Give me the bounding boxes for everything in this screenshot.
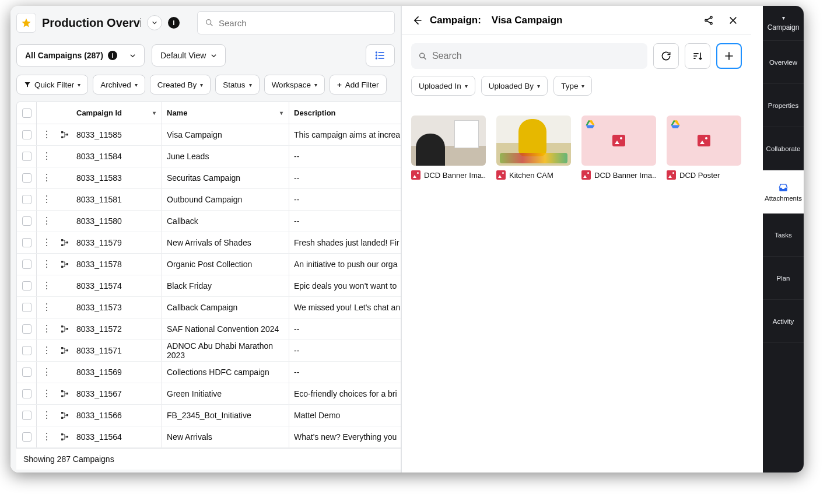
row-checkbox[interactable] (17, 124, 37, 145)
row-checkbox[interactable] (17, 362, 37, 383)
row-menu[interactable]: ⋮ (37, 124, 55, 145)
hierarchy-icon (55, 275, 74, 296)
uploaded-by-filter[interactable]: Uploaded By ▾ (481, 76, 548, 96)
select-all-checkbox[interactable] (17, 102, 37, 124)
table-row[interactable]: ⋮8033_11583Securitas Campaign-- (17, 167, 401, 189)
detail-title-name: Visa Campaign (492, 15, 563, 26)
detail-search-input[interactable] (432, 51, 640, 61)
side-tab-collaborate[interactable]: Collaborate (763, 127, 804, 170)
row-menu[interactable]: ⋮ (37, 318, 55, 340)
share-button[interactable] (700, 12, 717, 29)
row-checkbox[interactable] (17, 167, 37, 188)
row-checkbox[interactable] (17, 275, 37, 296)
info-icon[interactable]: i (168, 17, 180, 29)
table-row[interactable]: ⋮8033_11573Callback CampaignWe missed yo… (17, 297, 401, 318)
row-menu[interactable]: ⋮ (37, 232, 55, 253)
row-menu[interactable]: ⋮ (37, 383, 55, 404)
row-checkbox[interactable] (17, 254, 37, 275)
row-menu[interactable]: ⋮ (37, 405, 55, 426)
detail-header: Campaign: Visa Campaign (402, 6, 751, 35)
title-dropdown[interactable] (147, 15, 162, 30)
row-menu[interactable]: ⋮ (37, 275, 55, 296)
row-checkbox[interactable] (17, 297, 37, 318)
row-checkbox[interactable] (17, 405, 37, 426)
table-row[interactable]: ⋮8033_11581Outbound Campaign-- (17, 189, 401, 211)
table-row[interactable]: ⋮8033_11578Organic Post CollectionAn ini… (17, 254, 401, 275)
side-tab-activity[interactable]: Activity (763, 300, 804, 343)
add-filter-button[interactable]: + Add Filter (330, 75, 387, 94)
uploaded-in-filter[interactable]: Uploaded In ▾ (411, 76, 475, 96)
close-button[interactable] (724, 12, 742, 29)
row-menu[interactable]: ⋮ (37, 211, 55, 232)
attachment-thumb[interactable]: DCD Poster (667, 116, 741, 180)
table-row[interactable]: ⋮8033_11571ADNOC Abu Dhabi Marathon 2023… (17, 340, 401, 362)
attachment-thumb[interactable]: DCD Banner Ima... (411, 116, 486, 180)
side-tab-attachments[interactable]: Attachments (763, 170, 804, 214)
all-campaigns-dropdown[interactable]: All Campaigns (287) i (16, 44, 145, 66)
side-tab-tasks[interactable]: Tasks (763, 214, 804, 257)
table-row[interactable]: ⋮8033_11572SAF National Convention 2024-… (17, 318, 401, 340)
global-search[interactable] (197, 11, 395, 34)
col-description[interactable]: Description (289, 102, 401, 124)
add-attachment-button[interactable] (716, 43, 742, 69)
row-menu[interactable]: ⋮ (37, 426, 55, 447)
default-view-dropdown[interactable]: Default View (152, 44, 226, 66)
row-checkbox[interactable] (17, 211, 37, 232)
row-checkbox[interactable] (17, 340, 37, 361)
created-by-filter[interactable]: Created By ▾ (150, 75, 211, 94)
row-checkbox[interactable] (17, 146, 37, 167)
thumb-image (496, 116, 571, 166)
table-row[interactable]: ⋮8033_11574Black FridayEpic deals you wo… (17, 275, 401, 297)
table-row[interactable]: ⋮8033_11569Collections HDFC campaign-- (17, 362, 401, 383)
table-row[interactable]: ⋮8033_11566FB_2345_Bot_InitiativeMattel … (17, 405, 401, 426)
back-button[interactable] (411, 15, 423, 26)
archived-filter[interactable]: Archived ▾ (93, 75, 145, 94)
chevron-down-icon: ▾ (314, 82, 317, 88)
row-checkbox[interactable] (17, 318, 37, 340)
row-checkbox[interactable] (17, 189, 37, 210)
row-menu[interactable]: ⋮ (37, 189, 55, 210)
refresh-button[interactable] (653, 43, 679, 69)
col-campaign-id[interactable]: Campaign Id ▾ (74, 102, 162, 124)
row-menu[interactable]: ⋮ (37, 146, 55, 167)
svg-point-32 (705, 19, 707, 21)
svg-marker-50 (671, 120, 676, 125)
row-menu[interactable]: ⋮ (37, 254, 55, 275)
favorite-button[interactable] (16, 13, 36, 33)
table-row[interactable]: ⋮8033_11585Visa CampaignThis campaign ai… (17, 124, 401, 146)
row-checkbox[interactable] (17, 426, 37, 447)
row-checkbox[interactable] (17, 232, 37, 253)
row-menu[interactable]: ⋮ (37, 340, 55, 361)
table-row[interactable]: ⋮8033_11564New ArrivalsWhat's new? Every… (17, 426, 401, 448)
row-menu[interactable]: ⋮ (37, 297, 55, 318)
side-tab-campaign[interactable]: ▾ Campaign (763, 6, 804, 41)
sort-button[interactable] (685, 43, 710, 69)
quick-filter-chip[interactable]: Quick Filter ▾ (16, 75, 88, 94)
side-tab-properties[interactable]: Properties (763, 84, 804, 127)
type-filter[interactable]: Type ▾ (553, 76, 592, 96)
side-tab-plan[interactable]: Plan (763, 257, 804, 300)
svg-rect-27 (61, 417, 63, 419)
detail-search[interactable] (411, 43, 647, 69)
status-filter[interactable]: Status ▾ (215, 75, 259, 94)
workspace-filter[interactable]: Workspace ▾ (264, 75, 325, 94)
side-tab-overview[interactable]: Overview (763, 41, 804, 84)
row-menu[interactable]: ⋮ (37, 362, 55, 383)
table-row[interactable]: ⋮8033_11584June Leads-- (17, 146, 401, 167)
table-row[interactable]: ⋮8033_11579New Arrivals of ShadesFresh s… (17, 232, 401, 254)
row-menu[interactable]: ⋮ (37, 167, 55, 188)
row-checkbox[interactable] (17, 383, 37, 404)
view-toggle-list[interactable] (366, 44, 395, 66)
attachment-thumb[interactable]: Kitchen CAM (496, 116, 571, 180)
google-drive-icon (670, 119, 681, 130)
attachment-thumb[interactable]: DCD Banner Ima... (581, 116, 656, 180)
chevron-down-icon: ▾ (135, 82, 138, 88)
cell-description: Eco-friendly choices for a bri (289, 383, 401, 404)
cell-name: Callback Campaign (162, 297, 289, 318)
table-row[interactable]: ⋮8033_11567Green InitiativeEco-friendly … (17, 383, 401, 405)
col-name[interactable]: Name ▾ (162, 102, 289, 124)
global-search-input[interactable] (219, 18, 387, 28)
cell-description: What's new? Everything you (289, 426, 401, 447)
caret-down-icon: ▾ (581, 83, 584, 89)
table-row[interactable]: ⋮8033_11580Callback-- (17, 211, 401, 232)
